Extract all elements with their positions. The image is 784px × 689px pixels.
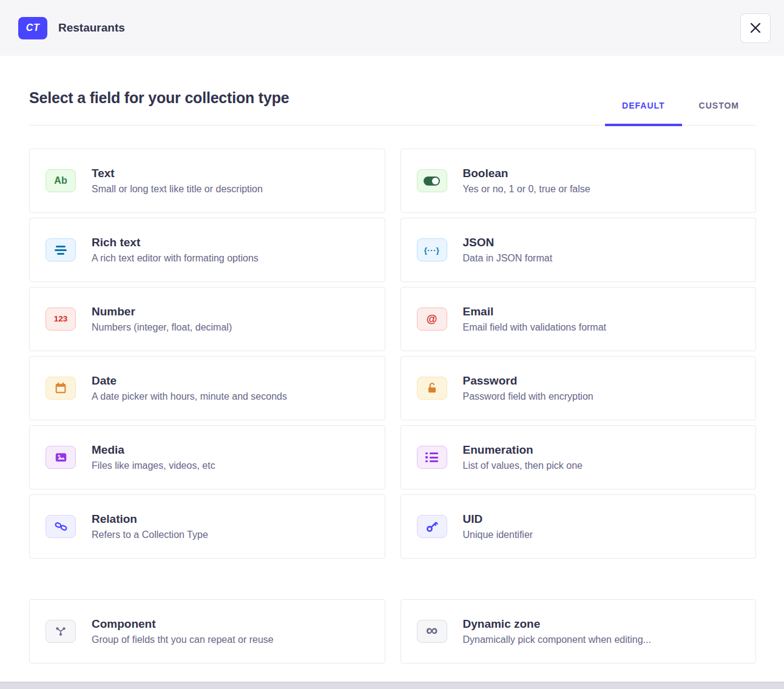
field-card-text: Dynamic zoneDynamically pick component w… [463,617,651,645]
enumeration-icon [417,446,447,469]
field-card-text: JSONData in JSON format [463,236,553,264]
field-title: Dynamic zone [463,617,651,631]
field-card-text[interactable]: AbTextSmall or long text like title or d… [29,149,385,213]
field-card-date[interactable]: DateA date picker with hours, minute and… [29,356,385,420]
field-description: Small or long text like title or descrip… [92,184,263,195]
field-card-rich-text[interactable]: Rich textA rich text editor with formati… [29,218,385,282]
uid-icon [417,515,447,538]
field-card-text: EnumerationList of values, then pick one [463,443,583,471]
modal-body: Select a field for your collection type … [0,89,784,664]
field-card-text: PasswordPassword field with encryption [463,374,593,402]
modal-header: CT Restaurants [0,0,784,56]
field-description: A date picker with hours, minute and sec… [92,391,287,402]
field-card-text: TextSmall or long text like title or des… [92,167,263,195]
field-title: Password [463,374,593,388]
close-icon [750,22,761,33]
boolean-icon [417,169,447,192]
field-card-dynamic-zone[interactable]: ∞Dynamic zoneDynamically pick component … [400,599,757,664]
field-description: Email field with validations format [463,322,607,333]
field-description: Numbers (integer, float, decimal) [92,322,232,333]
content-type-title: Restaurants [58,21,125,35]
field-description: A rich text editor with formating option… [92,253,259,264]
field-card-component[interactable]: ComponentGroup of fields tht you can rep… [29,599,385,664]
field-description: Group of fields tht you can repeat or re… [92,634,274,645]
field-title: Number [92,305,232,318]
field-card-relation[interactable]: RelationRefers to a Collection Type [29,494,385,559]
media-icon [46,446,76,469]
bottom-field-grid: ComponentGroup of fields tht you can rep… [29,599,756,664]
field-card-boolean[interactable]: BooleanYes or no, 1 or 0, true or false [400,149,757,213]
field-title: Email [463,305,607,318]
field-card-media[interactable]: MediaFiles like images, videos, etc [29,425,385,489]
field-description: Yes or no, 1 or 0, true or false [463,184,590,195]
field-title: Rich text [92,236,259,249]
field-description: Password field with encryption [463,391,593,402]
field-title: Boolean [463,167,590,180]
json-icon: {···} [417,238,447,261]
field-card-email[interactable]: @EmailEmail field with validations forma… [400,287,757,351]
page-title: Select a field for your collection type [29,89,289,107]
modal-footer-edge [0,682,784,689]
field-title: UID [463,513,533,526]
relation-icon [46,515,76,538]
title-row: Select a field for your collection type … [29,89,756,126]
dynamic-zone-icon: ∞ [417,620,447,643]
tab-custom[interactable]: CUSTOM [682,101,756,125]
field-description: Files like images, videos, etc [92,460,215,471]
field-description: List of values, then pick one [463,460,583,471]
field-card-text: RelationRefers to a Collection Type [92,513,208,540]
field-card-text: UIDUnique identifier [463,513,533,540]
field-card-text: Rich textA rich text editor with formati… [92,236,259,264]
field-description: Data in JSON format [463,253,553,264]
field-title: Enumeration [463,443,583,457]
email-icon: @ [417,308,447,331]
content-type-badge: CT [18,17,47,39]
field-description: Dynamically pick component when editing.… [463,634,651,645]
field-card-text: ComponentGroup of fields tht you can rep… [92,617,274,645]
field-card-enumeration[interactable]: EnumerationList of values, then pick one [400,425,757,489]
field-card-uid[interactable]: UIDUnique identifier [400,494,757,559]
field-card-text: EmailEmail field with validations format [463,305,607,333]
field-title: Text [92,167,263,180]
field-card-text: MediaFiles like images, videos, etc [92,443,215,471]
field-description: Refers to a Collection Type [92,529,208,540]
field-card-number[interactable]: 123NumberNumbers (integer, float, decima… [29,287,385,351]
field-title: Media [92,443,215,457]
richtext-icon [46,238,76,261]
field-card-json[interactable]: {···}JSONData in JSON format [400,218,757,282]
tab-default[interactable]: DEFAULT [605,101,682,126]
password-icon [417,377,447,400]
field-title: Component [92,617,274,631]
field-title: Relation [92,513,208,526]
close-button[interactable] [740,13,771,43]
component-icon [46,620,76,643]
number-icon: 123 [46,308,76,331]
field-card-text: NumberNumbers (integer, float, decimal) [92,305,232,333]
field-description: Unique identifier [463,529,533,540]
field-title: Date [92,374,287,388]
date-icon [46,377,76,400]
text-icon: Ab [46,169,76,192]
tab-bar: DEFAULT CUSTOM [605,101,756,125]
field-title: JSON [463,236,553,249]
field-card-text: BooleanYes or no, 1 or 0, true or false [463,167,590,195]
field-grid: AbTextSmall or long text like title or d… [29,149,756,559]
field-card-password[interactable]: PasswordPassword field with encryption [400,356,757,420]
field-card-text: DateA date picker with hours, minute and… [92,374,287,402]
